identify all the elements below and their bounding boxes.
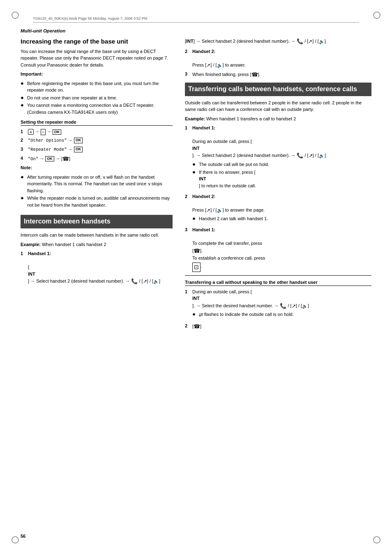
step-label: Handset 1: [28, 250, 173, 257]
arrow-sym: → [68, 147, 74, 152]
joystick-icon: ⊕ [28, 129, 34, 135]
section-range-body: You can increase the signal range of the… [21, 48, 173, 69]
bullet-text: While the repeater mode is turned on, au… [27, 195, 173, 208]
intercom-cont-step1: [INT] → Select handset 2 (desired handse… [185, 37, 371, 46]
step-content: Handset 1: During an outside call, press… [192, 124, 371, 191]
bullet-item: ● The outside call will be put on hold. [192, 161, 371, 168]
blind-transfer-steps: 1 During an outside call, press [INT]. →… [185, 288, 371, 331]
transfer-steps: 1 Handset 1: During an outside call, pre… [185, 124, 371, 272]
step-content: "Repeater Mode" → OK [28, 146, 173, 153]
bullet-text: Before registering the repeater to this … [27, 80, 173, 94]
step-item: 2 "Other Options" → OK [21, 137, 173, 144]
page: TG9120_40_50EX(e).book Page 56 Monday, A… [0, 0, 392, 555]
step-text: During an outside call, press [192, 139, 251, 144]
step-text3: To establish a conference call, press [192, 256, 265, 260]
bullet-dot: ● [192, 311, 198, 318]
step-content: During an outside call, press [INT]. → S… [192, 288, 371, 321]
step-num: 3 [21, 146, 26, 153]
step-text2: Select the desired handset number. → [202, 303, 280, 308]
intercom-steps-right: 2 Handset 2: Press [↗] / [🔈] to answer. … [185, 48, 371, 79]
bullet-item: ● Before registering the repeater to thi… [21, 80, 173, 94]
repeater-steps: 1 ⊕ → ⌂ → OK 2 "Other Options" → OK [21, 128, 173, 163]
step-text: During an outside call, press [192, 289, 251, 294]
step-item: 2 [☎] [185, 322, 371, 331]
intercom-section: Intercom between handsets Intercom calls… [21, 215, 173, 285]
bullet-text: After turning repeater mode on or off, Y… [27, 174, 173, 194]
step-content: Handset 1: [INT] → Select handset 2 (des… [28, 250, 173, 286]
note-bullets: ● After turning repeater mode on or off,… [21, 174, 173, 209]
step-content: "Other Options" → OK [28, 137, 173, 144]
speaker-icon: 🔈 [217, 208, 223, 213]
step-num: 1 [185, 288, 191, 321]
step-content: Handset 2: Press [↗] / [🔈] to answer. [192, 48, 371, 69]
step-content: Handset 2: Press [↗] / [🔈] to answer the… [192, 193, 371, 225]
step-text2: to answer the page. [225, 207, 265, 212]
transfer-section-title: Transferring calls between handsets, con… [185, 83, 371, 96]
section-range-title: Increasing the range of the base unit [21, 37, 173, 46]
bullet-dot: ● [21, 80, 26, 87]
bullet-dot: ● [192, 161, 198, 168]
transfer-section: Transferring calls between handsets, con… [185, 83, 371, 331]
bullet-text: The outside call will be put on hold. [199, 161, 269, 168]
step-text: To complete the call transfer, press [192, 241, 262, 246]
left-column: Increasing the range of the base unit Yo… [21, 37, 173, 332]
arrow-sym: → [55, 156, 61, 161]
bullet-text: You cannot make a monitoring connection … [27, 102, 173, 115]
corner-mark-tl [12, 12, 19, 19]
step-content: Handset 1: To complete the call transfer… [192, 226, 371, 272]
bullet-text: ⇄ flashes to indicate the outside call i… [199, 311, 294, 318]
step-num: 3 [185, 226, 191, 272]
step-label: Handset 2: [192, 48, 371, 55]
bullet-dot: ● [21, 102, 26, 109]
period2: . [201, 264, 202, 269]
answer-icon: ↗ [308, 39, 312, 44]
bullet-dot: ● [192, 169, 198, 176]
bracket: ] [159, 279, 160, 283]
step-num: 4 [21, 155, 26, 163]
antenna-icon: Y̵ [103, 175, 105, 180]
step-num: 2 [185, 193, 191, 225]
answer-icon: ↗ [206, 207, 210, 213]
bullet-text: If there is no answer, press [INT] to re… [199, 169, 256, 189]
example-bold: Example: [185, 116, 205, 121]
step-item: 4 "On" → OK → [☎] [21, 155, 173, 163]
step-item: 2 Handset 2: Press [↗] / [🔈] to answer t… [185, 193, 371, 225]
speaker-icon: 🔈 [153, 279, 159, 284]
intercom-section-title: Intercom between handsets [21, 215, 173, 228]
corner-mark-br [373, 536, 380, 543]
menu-text: "Repeater Mode" [28, 147, 67, 152]
bullet-text: Do not use more than one repeater at a t… [27, 94, 118, 101]
ok-box: OK [74, 147, 83, 152]
bullet-item: ● While the repeater mode is turned on, … [21, 195, 173, 208]
bullet-item: ● After turning repeater mode on or off,… [21, 174, 173, 194]
bracket: ] [147, 279, 148, 283]
divider [185, 275, 371, 276]
handset-icon: 📞 [297, 152, 303, 159]
repeater-mode-subsection: Setting the repeater mode [21, 120, 173, 126]
end-icon: ☎ [251, 71, 258, 78]
step-num: 3 [185, 71, 191, 79]
ok-box: OK [74, 138, 83, 143]
step-item: 1 ⊕ → ⌂ → OK [21, 128, 173, 135]
step-item: 3 When finished talking, press [☎]. [185, 71, 371, 79]
step-item: 2 Handset 2: Press [↗] / [🔈] to answer. [185, 48, 371, 69]
step-num: 2 [185, 48, 191, 69]
important-bold: Important: [21, 71, 43, 76]
step-content: [☎] [192, 322, 371, 331]
right-column: [INT] → Select handset 2 (desired handse… [185, 37, 371, 332]
step-text2: to answer. [225, 62, 246, 67]
handset-icon: 📞 [297, 38, 303, 44]
end-icon: ☎ [62, 156, 69, 162]
transfer-body: Outside calls can be transferred between… [185, 99, 371, 113]
step-text: When finished talking, press [192, 71, 250, 76]
example-text: When handset 1 calls handset 2 [42, 242, 106, 247]
step-text: Press [192, 207, 205, 212]
speaker-icon: 🔈 [319, 39, 325, 44]
intercom-example: Example: When handset 1 calls handset 2 [21, 241, 173, 248]
important-bullets: ● Before registering the repeater to thi… [21, 80, 173, 116]
speaker-icon: 🔈 [319, 153, 325, 158]
dot: . → [194, 303, 202, 308]
step-item: 3 "Repeater Mode" → OK [21, 146, 173, 153]
corner-mark-bl [12, 536, 19, 543]
bullet-item: ● If there is no answer, press [INT] to … [192, 169, 371, 189]
